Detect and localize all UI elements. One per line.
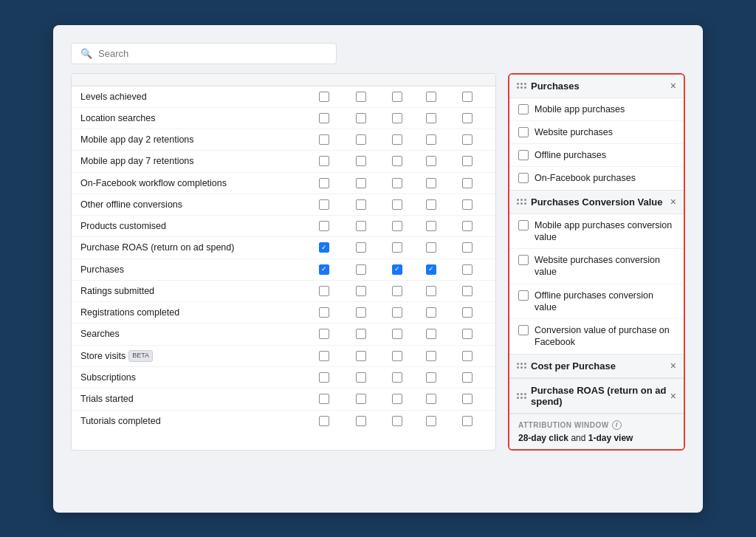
checkbox-cell-unique_cost[interactable] — [448, 92, 487, 102]
checkbox-value[interactable] — [392, 156, 402, 166]
checkbox-cell-unique[interactable] — [342, 113, 380, 123]
checkbox-cell-unique_cost[interactable] — [448, 264, 487, 275]
checkbox-cell-unique_cost[interactable] — [448, 242, 487, 253]
item-checkbox[interactable] — [518, 104, 529, 114]
checkbox-unique[interactable] — [356, 113, 366, 123]
checkbox-cost[interactable] — [426, 351, 436, 361]
checkbox-unique_cost[interactable] — [462, 264, 472, 275]
drag-handle-icon[interactable] — [517, 363, 526, 369]
checkbox-cost[interactable] — [426, 113, 436, 123]
drag-handle-icon[interactable] — [517, 393, 526, 399]
checkbox-cell-value[interactable] — [380, 113, 414, 123]
checkbox-cell-value[interactable] — [380, 351, 414, 361]
checkbox-cell-value[interactable] — [380, 221, 414, 231]
checkbox-cell-unique[interactable] — [342, 134, 380, 145]
checkbox-unique[interactable] — [356, 199, 366, 210]
checkbox-cell-total[interactable] — [306, 242, 342, 253]
checkbox-cell-total[interactable] — [306, 307, 342, 318]
checkbox-cell-unique[interactable] — [342, 394, 380, 404]
group-close-button-purchase-roas[interactable]: × — [670, 391, 676, 401]
checkbox-cell-total[interactable] — [306, 394, 342, 404]
checkbox-total[interactable] — [319, 221, 329, 231]
checkbox-unique_cost[interactable] — [462, 307, 472, 318]
checkbox-value[interactable] — [392, 242, 402, 253]
checkbox-value[interactable] — [392, 221, 402, 231]
checkbox-cell-value[interactable] — [380, 307, 414, 318]
checkbox-value[interactable] — [392, 92, 402, 102]
checkbox-unique[interactable] — [356, 242, 366, 253]
checkbox-total[interactable] — [319, 92, 329, 102]
checkbox-cell-value[interactable] — [380, 264, 414, 275]
group-item[interactable]: Website purchases conversion value — [509, 249, 684, 284]
checkbox-unique[interactable] — [356, 329, 366, 339]
checkbox-unique[interactable] — [356, 156, 366, 166]
checkbox-total[interactable] — [319, 351, 329, 361]
checkbox-value[interactable] — [392, 394, 402, 404]
checkbox-cost[interactable] — [426, 394, 436, 404]
checkbox-value[interactable] — [392, 307, 402, 318]
checkbox-total[interactable] — [319, 178, 329, 188]
checkbox-cell-cost[interactable] — [414, 329, 448, 339]
checkbox-total[interactable] — [319, 286, 329, 296]
checkbox-unique_cost[interactable] — [462, 199, 472, 210]
checkbox-unique[interactable] — [356, 394, 366, 404]
checkbox-cell-value[interactable] — [380, 329, 414, 339]
checkbox-cell-unique[interactable] — [342, 92, 380, 102]
group-item[interactable]: Conversion value of purchase on Facebook — [509, 319, 684, 354]
checkbox-cell-cost[interactable] — [414, 372, 448, 383]
checkbox-cell-total[interactable] — [306, 264, 342, 275]
checkbox-cell-total[interactable] — [306, 416, 342, 426]
group-item[interactable]: On-Facebook purchases — [509, 167, 684, 189]
drag-handle-icon[interactable] — [517, 199, 526, 205]
checkbox-value[interactable] — [392, 134, 402, 145]
checkbox-cost[interactable] — [426, 199, 436, 210]
checkbox-cell-cost[interactable] — [414, 307, 448, 318]
checkbox-cost[interactable] — [426, 307, 436, 318]
checkbox-cell-unique_cost[interactable] — [448, 329, 487, 339]
checkbox-total[interactable] — [319, 372, 329, 383]
checkbox-unique[interactable] — [356, 286, 366, 296]
checkbox-cell-unique[interactable] — [342, 286, 380, 296]
checkbox-cost[interactable] — [426, 329, 436, 339]
checkbox-cell-value[interactable] — [380, 242, 414, 253]
checkbox-unique_cost[interactable] — [462, 329, 472, 339]
checkbox-unique[interactable] — [356, 178, 366, 188]
checkbox-cell-unique_cost[interactable] — [448, 416, 487, 426]
checkbox-cell-value[interactable] — [380, 156, 414, 166]
checkbox-cost[interactable] — [426, 156, 436, 166]
checkbox-unique[interactable] — [356, 351, 366, 361]
checkbox-total[interactable] — [319, 134, 329, 145]
checkbox-unique[interactable] — [356, 307, 366, 318]
checkbox-cell-cost[interactable] — [414, 113, 448, 123]
checkbox-cell-cost[interactable] — [414, 134, 448, 145]
checkbox-cell-total[interactable] — [306, 221, 342, 231]
checkbox-cost[interactable] — [426, 178, 436, 188]
checkbox-cell-unique_cost[interactable] — [448, 178, 487, 188]
checkbox-cell-cost[interactable] — [414, 156, 448, 166]
checkbox-total[interactable] — [319, 113, 329, 123]
checkbox-value[interactable] — [392, 372, 402, 383]
group-close-button-cost-per-purchase[interactable]: × — [670, 360, 676, 371]
checkbox-cell-cost[interactable] — [414, 351, 448, 361]
checkbox-total[interactable] — [319, 416, 329, 426]
checkbox-cell-value[interactable] — [380, 416, 414, 426]
checkbox-unique_cost[interactable] — [462, 156, 472, 166]
checkbox-total[interactable] — [319, 242, 329, 253]
checkbox-unique_cost[interactable] — [462, 351, 472, 361]
checkbox-total[interactable] — [319, 264, 329, 275]
group-item[interactable]: Offline purchases — [509, 144, 684, 167]
checkbox-cell-value[interactable] — [380, 394, 414, 404]
checkbox-total[interactable] — [319, 394, 329, 404]
checkbox-cell-unique[interactable] — [342, 156, 380, 166]
checkbox-cost[interactable] — [426, 372, 436, 383]
checkbox-cell-value[interactable] — [380, 372, 414, 383]
checkbox-cell-cost[interactable] — [414, 242, 448, 253]
checkbox-cost[interactable] — [426, 134, 436, 145]
checkbox-unique_cost[interactable] — [462, 221, 472, 231]
checkbox-unique[interactable] — [356, 134, 366, 145]
checkbox-cell-total[interactable] — [306, 156, 342, 166]
checkbox-cell-total[interactable] — [306, 113, 342, 123]
item-checkbox[interactable] — [518, 127, 529, 137]
checkbox-total[interactable] — [319, 329, 329, 339]
checkbox-unique_cost[interactable] — [462, 92, 472, 102]
